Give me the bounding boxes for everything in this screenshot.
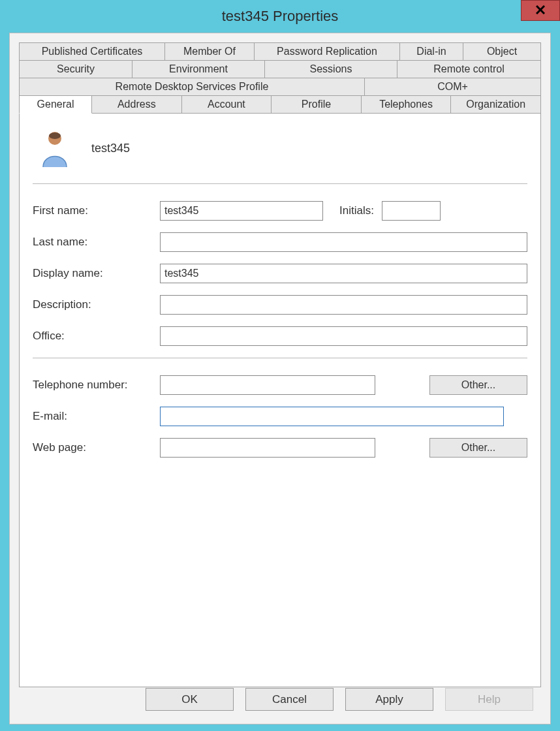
last-name-label: Last name: [33,236,160,249]
tab-com-plus[interactable]: COM+ [364,78,541,96]
email-input[interactable] [160,407,504,426]
tab-strip: Published Certificates Member Of Passwor… [19,42,541,114]
tab-password-replication[interactable]: Password Replication [254,42,400,61]
help-button[interactable]: Help [445,688,533,711]
tab-security[interactable]: Security [19,60,132,78]
tab-remote-control[interactable]: Remote control [397,60,541,78]
apply-button[interactable]: Apply [345,688,433,711]
first-name-row: First name: Initials: [33,201,527,221]
tab-account[interactable]: Account [181,95,272,114]
telephone-other-button[interactable]: Other... [429,375,527,395]
email-row: E-mail: [33,407,527,426]
separator [33,183,527,184]
tab-organization[interactable]: Organization [450,95,541,114]
tab-member-of[interactable]: Member Of [164,42,255,61]
tab-address[interactable]: Address [91,95,182,114]
tab-published-certificates[interactable]: Published Certificates [19,42,165,61]
description-row: Description: [33,295,527,315]
general-panel: test345 First name: Initials: Last name:… [19,113,541,687]
tab-dial-in[interactable]: Dial-in [399,42,463,61]
display-name-label: Display name: [33,267,160,280]
dialog-pane: Published Certificates Member Of Passwor… [9,33,551,724]
window-title: test345 Properties [222,8,339,25]
display-name-input[interactable] [160,264,527,283]
svg-point-3 [49,132,61,139]
titlebar: test345 Properties [9,0,551,33]
separator [33,358,527,358]
tab-environment[interactable]: Environment [132,60,265,78]
office-label: Office: [33,330,160,343]
webpage-input[interactable] [160,438,375,458]
email-label: E-mail: [33,410,160,423]
cancel-button[interactable]: Cancel [245,688,334,711]
last-name-row: Last name: [33,232,527,252]
description-label: Description: [33,298,160,311]
tab-remote-desktop-services-profile[interactable]: Remote Desktop Services Profile [19,78,365,96]
user-header: test345 [33,121,527,181]
first-name-label: First name: [33,204,160,217]
button-bar: OK Cancel Apply Help [10,688,550,711]
tab-general[interactable]: General [19,95,92,114]
properties-window: test345 Properties Published Certificate… [0,0,560,731]
tab-profile[interactable]: Profile [271,95,362,114]
webpage-other-button[interactable]: Other... [429,438,527,458]
telephone-row: Telephone number: Other... [33,375,527,395]
description-input[interactable] [160,295,527,315]
office-row: Office: [33,326,527,346]
close-icon [536,5,545,16]
tab-object[interactable]: Object [463,42,541,61]
first-name-input[interactable] [160,201,323,221]
last-name-input[interactable] [160,232,527,252]
telephone-input[interactable] [160,375,375,395]
tab-sessions[interactable]: Sessions [264,60,397,78]
ok-button[interactable]: OK [146,688,234,711]
office-input[interactable] [160,326,527,346]
webpage-label: Web page: [33,441,160,454]
user-icon [38,128,72,169]
tab-telephones[interactable]: Telephones [361,95,452,114]
initials-label: Initials: [323,204,382,217]
webpage-row: Web page: Other... [33,438,527,458]
display-name-row: Display name: [33,264,527,283]
username-display: test345 [91,142,130,155]
initials-input[interactable] [382,201,441,221]
telephone-label: Telephone number: [33,379,160,392]
close-button[interactable] [521,0,560,21]
